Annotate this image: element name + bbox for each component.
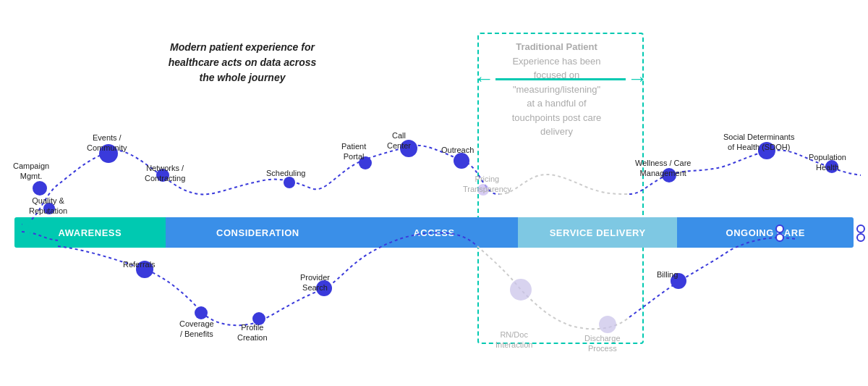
svg-point-8 [454, 153, 469, 169]
arrow-right-icon: → [627, 69, 647, 89]
label-profile: ProfileCreation [237, 322, 268, 343]
label-wellness: Wellness / CareManagement [635, 158, 691, 179]
svg-point-14 [857, 234, 864, 241]
label-population: PopulationHealth [809, 152, 846, 173]
label-events: Events /Community [87, 133, 127, 154]
modern-patient-text: Modern patient experience for healthcare… [166, 40, 318, 85]
label-sdoh: Social Determinantsof Health (SDOH) [723, 132, 794, 153]
label-rn-doc: RN/DocInteraction [495, 330, 532, 351]
svg-point-0 [33, 181, 47, 196]
traditional-patient-text: Traditional Patient Experience has been … [486, 40, 627, 139]
label-provider: ProviderSearch [300, 272, 330, 293]
diagram-container: Modern patient experience for healthcare… [0, 0, 868, 386]
svg-point-18 [195, 306, 208, 319]
label-patient-portal: PatientPortal [341, 141, 366, 162]
svg-point-21 [510, 279, 532, 301]
label-campaign: CampaignMgmt. [13, 161, 49, 182]
svg-point-13 [857, 225, 864, 232]
label-referrals: Referrals [123, 259, 156, 269]
label-networks: Networks /Contracting [145, 163, 185, 184]
svg-point-5 [284, 177, 295, 188]
svg-point-22 [599, 316, 616, 333]
label-outreach: Outreach [441, 145, 474, 155]
journey-bar: AWARENESS CONSIDERATION ACCESS SERVICE D… [14, 217, 854, 248]
path-svg [0, 0, 868, 386]
label-call-center: CallCenter [387, 130, 411, 151]
label-pricing: PricingTran­sparency [463, 174, 511, 195]
segment-ongoing-care: ONGOING CARE [677, 217, 854, 248]
segment-consideration: CONSIDERATION [166, 217, 350, 248]
segment-awareness: AWARENESS [14, 217, 166, 248]
label-quality: Quality &Reputation [29, 196, 67, 217]
label-scheduling: Scheduling [266, 168, 305, 178]
label-discharge: DischargeProcess [584, 333, 621, 354]
segment-access: ACCESS [350, 217, 518, 248]
segment-service-delivery: SERVICE DELIVERY [518, 217, 677, 248]
label-coverage: Coverage/ Benefits [179, 319, 214, 340]
label-billing: Billing [657, 269, 678, 280]
